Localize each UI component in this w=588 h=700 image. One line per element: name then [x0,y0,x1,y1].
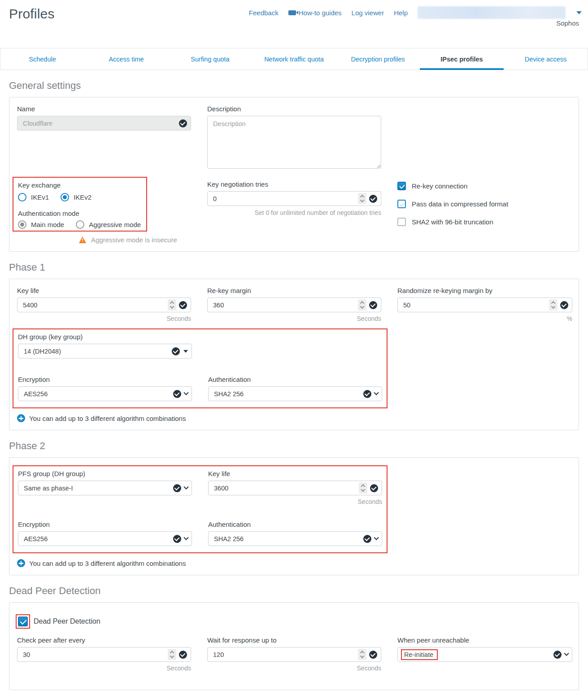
phase2-key-life-field-wrap [208,481,382,495]
wait-response-field-wrap [207,647,381,662]
tab-surfing-quota[interactable]: Surfing quota [168,48,252,70]
tab-network-traffic-quota[interactable]: Network traffic quota [252,48,336,70]
number-stepper[interactable] [358,193,366,204]
dpd-enable-checkbox[interactable]: Dead Peer Detection [18,617,571,626]
tab-access-time[interactable]: Access time [84,48,168,70]
valid-check-icon [553,651,562,659]
chevron-down-icon [374,390,379,395]
radio-ikev1[interactable]: IKEv1 [18,193,49,201]
tab-decryption-profiles[interactable]: Decryption profiles [336,48,420,70]
plus-circle-icon [17,414,25,422]
number-stepper[interactable] [168,649,176,660]
key-exchange-label: Key exchange [18,181,145,189]
valid-check-icon [560,301,568,309]
phase2-encryption-select[interactable]: AES256 [18,531,192,546]
peer-unreachable-value-annotation: Re-initiate [401,649,438,660]
phase1-encryption-label: Encryption [18,376,192,383]
check-peer-unit: Seconds [17,665,191,672]
rekey-connection-checkbox[interactable]: Re-key connection [397,182,572,190]
dpd-card: Dead Peer Detection Check peer after eve… [9,602,579,690]
dh-group-label: DH group (key group) [18,333,192,341]
phase2-key-life-label: Key life [208,470,382,477]
peer-unreachable-label: When peer unreachable [397,636,572,644]
valid-check-icon [173,390,181,398]
name-input [23,120,179,127]
wait-response-unit: Seconds [207,665,381,672]
radio-aggressive-mode[interactable]: Aggressive mode [76,220,141,229]
valid-check-icon [172,347,180,355]
rekey-margin-label: Re-key margin [207,287,381,294]
chevron-down-icon [183,535,188,540]
name-field-wrap [17,116,191,131]
number-stepper[interactable] [359,482,367,494]
checkbox-checked-icon [18,617,28,626]
rekey-margin-input[interactable] [213,302,358,309]
key-negotiation-label: Key negotiation tries [207,180,381,188]
key-life-unit: Seconds [17,315,191,322]
tab-ipsec-profiles[interactable]: IPsec profiles [420,48,504,70]
phase2-key-life-input[interactable] [214,485,359,492]
phase1-authentication-label: Authentication [208,376,382,383]
randomize-margin-field-wrap [397,298,572,312]
key-negotiation-field-wrap [207,191,381,206]
check-peer-field-wrap [17,647,191,662]
phase2-card: PFS group (DH group) Same as phase-I Key… [9,457,579,575]
check-peer-input[interactable] [23,651,168,658]
check-peer-label: Check peer after every [17,636,191,644]
feedback-link[interactable]: Feedback [249,9,279,17]
account-selector[interactable] [418,6,566,19]
compressed-format-checkbox[interactable]: Pass data in compressed format [397,200,572,208]
radio-selected-icon [61,193,69,201]
tab-device-access[interactable]: Device access [504,48,588,70]
brand-label: Sophos [556,19,579,27]
radio-main-mode[interactable]: Main mode [18,220,64,229]
peer-unreachable-select[interactable]: Re-initiate [397,647,572,662]
valid-check-icon [363,535,371,543]
phase1-add-combination[interactable]: You can add up to 3 different algorithm … [17,414,571,422]
valid-check-icon [363,390,371,398]
video-camera-icon [288,10,296,15]
warning-icon [79,236,87,243]
chevron-down-icon[interactable] [576,11,582,14]
help-link[interactable]: Help [394,9,408,17]
phase1-authentication-select[interactable]: SHA2 256 [208,386,382,401]
rekey-margin-field-wrap [207,298,381,312]
phase2-add-combination[interactable]: You can add up to 3 different algorithm … [17,559,571,567]
page-header: Profiles Feedback How-to guides Log view… [0,0,588,48]
dh-group-select[interactable]: 14 (DH2048) [18,344,192,359]
valid-check-icon [179,119,187,127]
dropdown-caret-icon [183,350,188,353]
phase2-heading: Phase 2 [9,440,588,452]
key-negotiation-input[interactable] [213,195,358,202]
phase1-encryption-select[interactable]: AES256 [18,386,192,401]
pfs-group-select[interactable]: Same as phase-I [18,481,192,495]
wait-response-input[interactable] [213,651,358,658]
plus-circle-icon [17,559,25,567]
key-life-input[interactable] [23,302,168,309]
wait-response-label: Wait for response up to [207,636,381,644]
number-stepper[interactable] [358,299,366,311]
phase2-algorithms-annotation-box: PFS group (DH group) Same as phase-I Key… [13,465,388,553]
description-textarea[interactable] [207,116,381,169]
phase2-authentication-label: Authentication [208,521,382,528]
chevron-down-icon [564,651,569,656]
valid-check-icon [179,651,187,659]
log-viewer-link[interactable]: Log viewer [352,9,384,17]
valid-check-icon [179,301,187,309]
howto-guides-link[interactable]: How-to guides [288,9,342,17]
phase2-encryption-label: Encryption [18,521,192,528]
number-stepper[interactable] [549,299,558,311]
number-stepper[interactable] [168,299,176,311]
key-exchange-annotation-box: Key exchange IKEv1 IKEv2 Authentication … [13,177,147,232]
randomize-margin-label: Randomize re-keying margin by [397,287,572,294]
radio-icon [76,220,84,229]
valid-check-icon [369,301,377,309]
randomize-margin-input[interactable] [403,302,549,309]
phase2-authentication-select[interactable]: SHA2 256 [208,531,382,546]
tab-schedule[interactable]: Schedule [0,48,84,70]
radio-ikev2[interactable]: IKEv2 [61,193,91,201]
key-negotiation-helper: Set 0 for unlimited number of negotiatio… [207,209,381,216]
number-stepper[interactable] [358,649,366,660]
general-settings-heading: General settings [9,80,588,92]
sha2-truncation-checkbox[interactable]: SHA2 with 96-bit truncation [397,218,572,226]
